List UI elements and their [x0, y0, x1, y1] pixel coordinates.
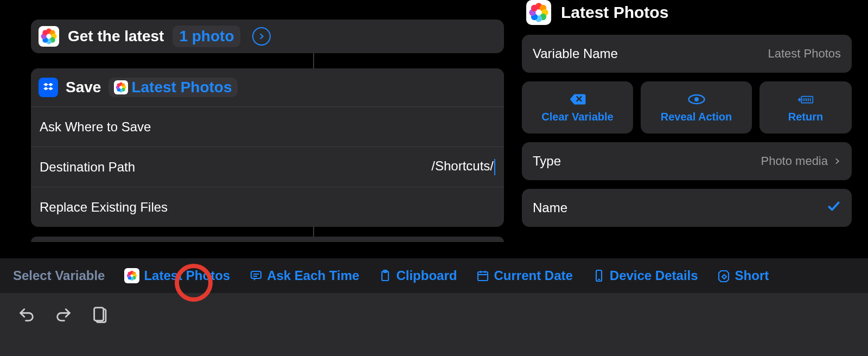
- row-dest-label: Destination Path: [40, 160, 135, 175]
- photo-count-pill[interactable]: 1 photo: [173, 26, 240, 47]
- varname-label: Variable Name: [533, 46, 618, 61]
- varbar-ask-each-time[interactable]: Ask Each Time: [250, 268, 359, 283]
- action-save-header[interactable]: Save Latest Photos: [31, 68, 504, 106]
- text-cursor: [494, 159, 495, 175]
- varbar-current-date[interactable]: Current Date: [476, 268, 572, 283]
- varname-value: Latest Photos: [768, 47, 841, 61]
- save-input-token[interactable]: Latest Photos: [108, 78, 237, 97]
- chevron-right-icon: [833, 156, 841, 167]
- variable-inspector-panel: Latest Photos Variable Name Latest Photo…: [522, 0, 852, 236]
- svg-point-15: [117, 84, 121, 87]
- panel-section-varname: Variable Name Latest Photos: [522, 35, 852, 73]
- expand-action-icon[interactable]: [252, 27, 271, 46]
- varbar-clipboard[interactable]: Clipboard: [379, 268, 457, 283]
- return-label: Return: [788, 111, 823, 123]
- svg-point-39: [128, 272, 132, 276]
- photos-app-icon: [124, 268, 139, 283]
- photos-app-icon: [526, 0, 551, 25]
- reveal-action-label: Reveal Action: [661, 111, 732, 123]
- action-get-latest-photos[interactable]: Get the latest 1 photo: [31, 20, 504, 53]
- row-replace-existing[interactable]: Replace Existing Files: [31, 187, 504, 227]
- clear-variable-button[interactable]: Clear Variable: [522, 81, 633, 134]
- varbar-shortcut-input[interactable]: Short: [718, 268, 769, 283]
- type-label: Type: [533, 154, 561, 169]
- varbar-device-details[interactable]: Device Details: [592, 268, 698, 283]
- device-icon: [592, 269, 605, 282]
- svg-point-23: [531, 5, 538, 11]
- panel-section-type: Type Photo media: [522, 142, 852, 180]
- svg-point-25: [694, 97, 699, 101]
- keyboard-toolbar: [0, 293, 868, 356]
- shortcuts-icon: [718, 269, 731, 282]
- row-replace-label: Replace Existing Files: [40, 200, 168, 215]
- save-input-token-label: Latest Photos: [131, 79, 232, 96]
- row-variable-name[interactable]: Variable Name Latest Photos: [522, 35, 852, 73]
- type-value: Photo media: [761, 154, 841, 168]
- next-action-peek: [31, 237, 504, 242]
- save-verb: Save: [66, 79, 101, 96]
- varbar-latest-photos[interactable]: Latest Photos: [124, 268, 230, 283]
- clipboard-icon: [379, 269, 392, 282]
- dropbox-icon: [39, 78, 58, 97]
- row-ask-where-label: Ask Where to Save: [40, 119, 151, 135]
- svg-point-7: [42, 30, 48, 35]
- panel-header: Latest Photos: [522, 0, 852, 35]
- checkmark-icon: [827, 199, 841, 217]
- calendar-icon: [476, 269, 489, 282]
- paste-button[interactable]: [91, 306, 110, 327]
- action-get-prefix: Get the latest: [68, 28, 164, 45]
- panel-section-name: Name: [522, 189, 852, 227]
- row-destination-path[interactable]: Destination Path /Shortcuts/: [31, 147, 504, 187]
- connector-line: [313, 227, 314, 237]
- panel-button-row: Clear Variable Reveal Action Return: [522, 81, 852, 134]
- connector-line: [313, 53, 314, 68]
- redo-button[interactable]: [54, 306, 73, 327]
- return-button[interactable]: Return: [760, 81, 852, 134]
- row-dest-value[interactable]: /Shortcuts/: [431, 158, 495, 175]
- reveal-action-button[interactable]: Reveal Action: [641, 81, 752, 134]
- photos-app-icon: [114, 80, 128, 94]
- workflow-actions: Get the latest 1 photo Save: [31, 20, 504, 242]
- photos-app-icon: [39, 26, 59, 47]
- svg-rect-40: [251, 271, 261, 278]
- row-type[interactable]: Type Photo media: [522, 142, 852, 180]
- message-icon: [250, 269, 263, 282]
- row-ask-where-to-save[interactable]: Ask Where to Save: [31, 106, 504, 147]
- clear-variable-label: Clear Variable: [541, 111, 613, 123]
- variable-suggestions-bar: Select Variable Latest Photos Ask Each T…: [0, 258, 868, 293]
- svg-rect-45: [478, 272, 488, 281]
- action-save-dropbox: Save Latest Photos Ask Where to Save Des…: [31, 68, 504, 227]
- select-variable-button[interactable]: Select Variable: [13, 268, 105, 283]
- row-name[interactable]: Name: [522, 189, 852, 227]
- name-label: Name: [533, 200, 567, 215]
- panel-title: Latest Photos: [561, 3, 668, 22]
- svg-rect-52: [94, 308, 104, 321]
- undo-button[interactable]: [17, 306, 36, 327]
